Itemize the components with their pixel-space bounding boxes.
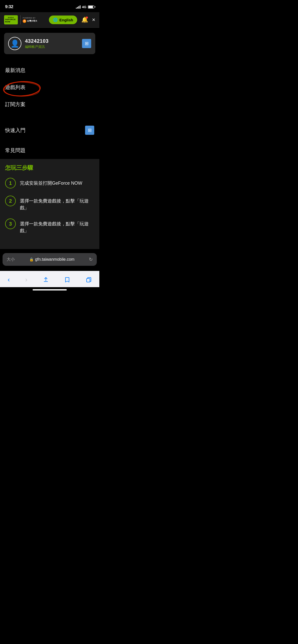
- step-2-num-text: 2: [9, 198, 12, 204]
- sidebar-item-subscription[interactable]: 訂閱方案: [0, 96, 99, 113]
- avatar-icon: 👤: [10, 39, 19, 48]
- logo-section: NVIDIA GEFORCE NOW POWERED BY 大 台灣大哥大: [4, 15, 37, 24]
- nvidia-logo: NVIDIA GEFORCE NOW: [4, 15, 18, 24]
- refresh-button[interactable]: ↻: [89, 257, 93, 262]
- sidebar-item-faq[interactable]: 常見問題: [0, 142, 99, 159]
- home-indicator: [0, 287, 99, 295]
- step-3-number: 3: [5, 218, 16, 229]
- tabs-icon: [86, 277, 92, 283]
- status-icons: 4G: [76, 5, 94, 9]
- battery-icon: [88, 5, 94, 9]
- header-right: 🌐 English 🔔 ×: [49, 16, 95, 24]
- qr-icon-2: ⊞: [88, 127, 92, 133]
- user-id: 43242103: [25, 38, 78, 44]
- qr-code-button[interactable]: ⊞: [82, 39, 91, 48]
- quick-start-title: 怎玩三步驟: [4, 164, 95, 172]
- nav-games-label: 遊戲列表: [5, 84, 25, 90]
- step-2: 2 選擇一款免費遊戲後，點擊「玩遊戲」: [4, 196, 95, 211]
- svg-rect-1: [87, 279, 90, 282]
- browser-url-section: 🔒 gfn.taiwanmobile.com: [15, 257, 89, 262]
- status-bar: 9:32 4G: [0, 0, 99, 12]
- quick-start-content: 怎玩三步驟 1 完成安裝並打開GeForce NOW 2 選擇一款免費遊戲後，點…: [0, 159, 99, 249]
- edit-profile-link[interactable]: 編輯帳戶資訊: [25, 45, 78, 49]
- header: NVIDIA GEFORCE NOW POWERED BY 大 台灣大哥大 🌐 …: [0, 12, 99, 28]
- step-1: 1 完成安裝並打開GeForce NOW: [4, 178, 95, 188]
- notification-button[interactable]: 🔔: [81, 16, 88, 24]
- bookmarks-button[interactable]: [61, 275, 74, 284]
- bookmarks-icon: [64, 277, 70, 283]
- back-button[interactable]: ‹: [4, 274, 13, 285]
- powered-by-text: POWERED BY: [23, 17, 35, 19]
- avatar: 👤: [8, 37, 21, 50]
- taiwan-mobile-logo: 大 台灣大哥大: [23, 19, 37, 23]
- user-profile-section: 👤 43242103 編輯帳戶資訊 ⊞: [4, 33, 95, 54]
- taiwan-mobile-text: 台灣大哥大: [27, 20, 37, 22]
- back-icon: ‹: [8, 276, 10, 284]
- nav-menu: 最新消息 遊戲列表 訂閱方案: [0, 59, 99, 115]
- close-button[interactable]: ×: [92, 17, 95, 23]
- browser-address-bar[interactable]: 大小 🔒 gfn.taiwanmobile.com ↻: [3, 253, 97, 266]
- forward-button[interactable]: ›: [22, 274, 31, 285]
- user-info: 43242103 編輯帳戶資訊: [25, 38, 78, 49]
- forward-icon: ›: [25, 276, 28, 284]
- signal-bars-icon: [76, 5, 80, 9]
- step-3: 3 選擇一款免費遊戲後，點擊「玩遊戲」: [4, 218, 95, 234]
- tabs-button[interactable]: [82, 275, 95, 284]
- step-2-number: 2: [5, 196, 16, 206]
- language-label: English: [59, 18, 73, 22]
- status-time: 9:32: [5, 4, 13, 9]
- tm-icon: 大: [23, 19, 26, 23]
- browser-size-label: 大小: [7, 257, 15, 262]
- quick-start-label[interactable]: 快速入門: [5, 127, 25, 134]
- qr-icon: ⊞: [85, 41, 89, 46]
- quick-start-qr-button[interactable]: ⊞: [85, 126, 94, 135]
- globe-icon: 🌐: [53, 18, 58, 22]
- nav-news-label: 最新消息: [5, 67, 25, 73]
- browser-url: gfn.taiwanmobile.com: [35, 257, 75, 262]
- step-1-number: 1: [5, 178, 16, 188]
- step-1-text: 完成安裝並打開GeForce NOW: [20, 178, 94, 187]
- share-icon: [43, 277, 49, 283]
- network-type-label: 4G: [82, 5, 86, 9]
- sidebar-item-games[interactable]: 遊戲列表: [0, 79, 99, 96]
- bottom-nav: ‹ ›: [0, 271, 99, 287]
- step-3-text: 選擇一款免費遊戲後，點擊「玩遊戲」: [20, 218, 94, 234]
- step-2-text: 選擇一款免費遊戲後，點擊「玩遊戲」: [20, 196, 94, 211]
- step-1-num-text: 1: [9, 180, 12, 186]
- lock-icon: 🔒: [29, 257, 34, 261]
- home-bar: [33, 289, 67, 290]
- language-button[interactable]: 🌐 English: [49, 16, 77, 24]
- geforce-now-text: GEFORCE NOW: [5, 18, 17, 23]
- share-button[interactable]: [39, 275, 52, 284]
- nav-faq-label: 常見問題: [5, 148, 25, 153]
- nav-subscription-label: 訂閱方案: [5, 101, 25, 107]
- powered-by-section: POWERED BY 大 台灣大哥大: [20, 15, 37, 24]
- quick-start-row: 快速入門 ⊞: [0, 121, 99, 140]
- sidebar-item-news[interactable]: 最新消息: [0, 62, 99, 79]
- step-3-num-text: 3: [9, 221, 12, 227]
